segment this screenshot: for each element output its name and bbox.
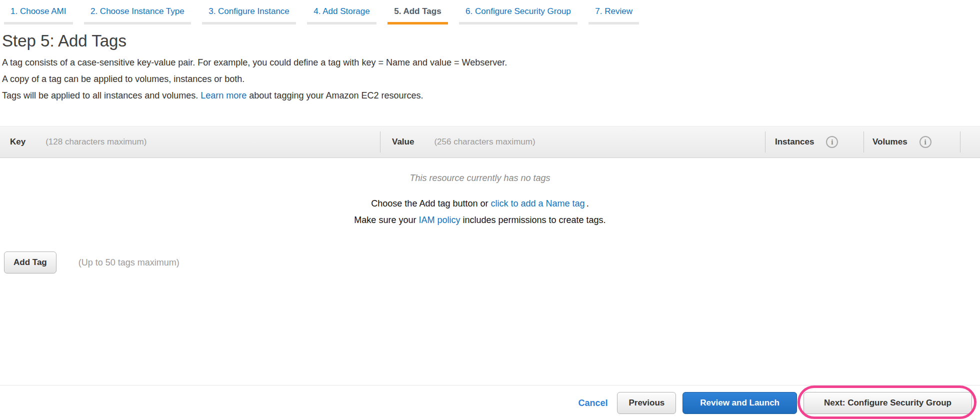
tab-review[interactable]: 7. Review (588, 6, 639, 24)
value-column-hint: (256 characters maximum) (434, 137, 535, 147)
tab-label: 6. Configure Security Group (459, 6, 578, 17)
volumes-column-header: Volumes i (864, 126, 960, 158)
review-and-launch-button[interactable]: Review and Launch (682, 392, 797, 414)
volumes-info-icon[interactable]: i (920, 136, 932, 148)
tab-underline (307, 22, 376, 24)
description-line-3-tail: about tagging your Amazon EC2 resources. (249, 90, 423, 100)
tab-label: 3. Configure Instance (202, 6, 296, 17)
tab-label: 7. Review (588, 6, 639, 17)
instances-column-label: Instances (775, 137, 814, 147)
tab-underline (588, 22, 639, 24)
max-tags-hint: (Up to 50 tags maximum) (78, 258, 180, 268)
tab-label: 4. Add Storage (307, 6, 376, 17)
tab-underline-active (388, 22, 448, 24)
tab-add-tags-active[interactable]: 5. Add Tags (388, 6, 448, 24)
description-line-3: Tags will be applied to all instances an… (2, 88, 980, 104)
add-tag-hint-text: Choose the Add tag button or (371, 198, 488, 208)
empty-tags-state: This resource currently has no tags Choo… (0, 173, 960, 228)
wizard-tab-bar: 1. Choose AMI 2. Choose Instance Type 3.… (0, 0, 980, 24)
learn-more-link[interactable]: Learn more (200, 90, 246, 100)
next-button-wrapper: Next: Configure Security Group (804, 392, 972, 414)
iam-hint-text: Make sure your (354, 215, 416, 225)
iam-policy-link[interactable]: IAM policy (418, 215, 460, 225)
tab-label: 2. Choose Instance Type (84, 6, 191, 17)
header-spacer (960, 126, 980, 158)
add-tag-hint-period: . (586, 198, 589, 208)
add-tag-hint-line: Choose the Add tag button or click to ad… (0, 196, 960, 212)
tab-add-storage[interactable]: 4. Add Storage (307, 6, 376, 24)
description-line-1: A tag consists of a case-sensitive key-v… (2, 54, 980, 71)
tab-underline (84, 22, 191, 24)
add-tag-button[interactable]: Add Tag (4, 252, 56, 274)
no-tags-message: This resource currently has no tags (0, 173, 960, 184)
cancel-link[interactable]: Cancel (578, 398, 608, 408)
value-column-label: Value (392, 137, 414, 147)
tab-label: 5. Add Tags (388, 6, 448, 17)
previous-button[interactable]: Previous (617, 392, 676, 414)
tab-choose-ami[interactable]: 1. Choose AMI (4, 6, 73, 24)
description-line-2: A copy of a tag can be applied to volume… (2, 71, 980, 88)
instances-column-header: Instances i (765, 126, 864, 158)
add-name-tag-link[interactable]: click to add a Name tag (491, 198, 585, 208)
description-line-3-text: Tags will be applied to all instances an… (2, 90, 198, 100)
tab-choose-instance-type[interactable]: 2. Choose Instance Type (84, 6, 191, 24)
tab-label: 1. Choose AMI (4, 6, 73, 17)
key-column-header: Key (128 characters maximum) (0, 126, 380, 158)
instances-info-icon[interactable]: i (826, 136, 838, 148)
tab-configure-security-group[interactable]: 6. Configure Security Group (459, 6, 578, 24)
tags-table-header: Key (128 characters maximum) Value (256 … (0, 126, 980, 158)
footer-actions: Cancel Previous Review and Launch Next: … (578, 392, 972, 414)
iam-policy-hint-line: Make sure your IAM policy includes permi… (0, 212, 960, 228)
value-column-header: Value (256 characters maximum) (380, 126, 765, 158)
key-column-hint: (128 characters maximum) (46, 137, 146, 147)
page-title: Step 5: Add Tags (2, 32, 980, 50)
tab-underline (202, 22, 296, 24)
key-column-label: Key (10, 137, 26, 147)
volumes-column-label: Volumes (872, 137, 908, 147)
wizard-footer: Cancel Previous Review and Launch Next: … (0, 385, 980, 420)
ec2-launch-wizard-page: 1. Choose AMI 2. Choose Instance Type 3.… (0, 0, 980, 274)
page-description: A tag consists of a case-sensitive key-v… (2, 54, 980, 104)
iam-hint-tail: includes permissions to create tags. (462, 215, 606, 225)
tab-configure-instance[interactable]: 3. Configure Instance (202, 6, 296, 24)
tab-underline (459, 22, 578, 24)
tab-underline (4, 22, 73, 24)
add-tag-row: Add Tag (Up to 50 tags maximum) (4, 252, 980, 274)
next-configure-security-group-button[interactable]: Next: Configure Security Group (804, 392, 972, 414)
